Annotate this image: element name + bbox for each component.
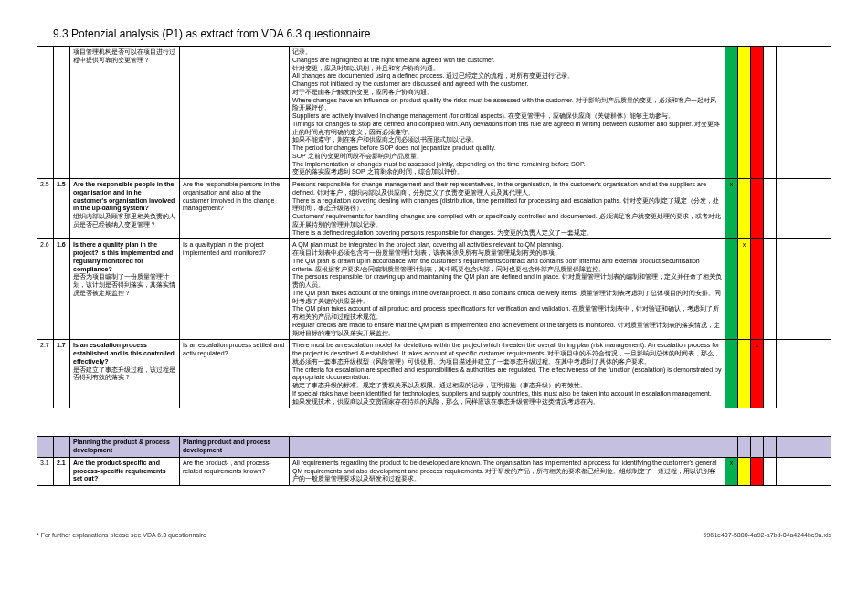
row-num-2: 1.6 xyxy=(54,239,70,340)
rating-cell xyxy=(751,457,764,485)
row-num-1: 2.7 xyxy=(37,340,54,408)
rating-cell xyxy=(764,457,777,485)
row-num-1: 3.1 xyxy=(37,457,54,485)
note-cell xyxy=(777,457,831,485)
rating-cell xyxy=(764,179,777,239)
row-num-2: 1.5 xyxy=(54,179,70,239)
question-cell: Are the responsible people in the organi… xyxy=(70,179,180,239)
footer-right: 5961e407-5880-4a92-a7bd-04a4244be9a.xls xyxy=(703,532,831,538)
page-title: 9.3 Potenzial analysis (P1) as extract f… xyxy=(53,27,831,40)
explanation-cell: There must be an escalation model for de… xyxy=(290,340,725,408)
rating-cell xyxy=(738,340,751,408)
explanation-cell: A QM plan must be integrated in the proj… xyxy=(290,239,725,340)
question-cell: Are the product-specific and process-spe… xyxy=(70,457,180,485)
rating-cell xyxy=(764,239,777,340)
table-row: 2.5 1.5 Are the responsible people in th… xyxy=(37,179,831,239)
explanation-cell: All requirements regarding the product t… xyxy=(290,457,725,485)
requirement-cell: Is an escalation process settled and act… xyxy=(180,340,290,408)
section-title: Planning the product & process developme… xyxy=(70,437,180,458)
explanation-cell: Persons responsible for change managemen… xyxy=(290,179,725,239)
requirement-cell: Are the product- , and process-related r… xyxy=(180,457,290,485)
rating-cell xyxy=(738,179,751,239)
explanation-cell: 记录。Changes are highlighted at the right … xyxy=(290,47,725,179)
rating-cell xyxy=(764,47,777,179)
rating-cell xyxy=(764,340,777,408)
main-table: 项目管理机构是否可以在项目进行过程中提供可靠的变更管理？ 记录。Changes … xyxy=(37,46,831,408)
rating-cell xyxy=(725,340,738,408)
requirement-cell: Are the responsible persons in the organ… xyxy=(180,179,290,239)
row-num-1: 2.6 xyxy=(37,239,54,340)
rating-cell xyxy=(751,47,764,179)
table-row: 项目管理机构是否可以在项目进行过程中提供可靠的变更管理？ 记录。Changes … xyxy=(37,47,831,179)
rating-cell: x xyxy=(751,340,764,408)
section-title-r: Planing product and process development xyxy=(180,437,290,458)
rating-cell xyxy=(725,239,738,340)
rating-cell: x xyxy=(738,239,751,340)
rating-cell xyxy=(738,457,751,485)
rating-cell xyxy=(725,47,738,179)
question-cell: 项目管理机构是否可以在项目进行过程中提供可靠的变更管理？ xyxy=(70,47,180,179)
row-num-1: 2.5 xyxy=(37,179,54,239)
rating-cell xyxy=(751,179,764,239)
note-cell xyxy=(777,340,831,408)
row-num-2: 2.1 xyxy=(54,457,70,485)
footer: * For further explanations please see VD… xyxy=(37,532,831,538)
rating-cell: x xyxy=(725,457,738,485)
question-cell: Is an escalation process established and… xyxy=(70,340,180,408)
requirement-cell xyxy=(180,47,290,179)
row-num-2 xyxy=(54,47,70,179)
rating-cell xyxy=(751,239,764,340)
table-row: 3.1 2.1 Are the product-specific and pro… xyxy=(37,457,831,485)
table-row: 2.6 1.6 Is there a quality plan in the p… xyxy=(37,239,831,340)
requirement-cell: Is a qualityplan in the project implemen… xyxy=(180,239,290,340)
question-cell: Is there a quality plan in the project? … xyxy=(70,239,180,340)
note-cell xyxy=(777,179,831,239)
rating-cell: x xyxy=(725,179,738,239)
rating-cell xyxy=(738,47,751,179)
second-table: Planning the product & process developme… xyxy=(37,436,831,486)
row-num-1 xyxy=(37,47,54,179)
note-cell xyxy=(777,47,831,179)
footer-left: * For further explanations please see VD… xyxy=(37,532,206,538)
note-cell xyxy=(777,239,831,340)
section-header-row: Planning the product & process developme… xyxy=(37,437,831,458)
table-row: 2.7 1.7 Is an escalation process establi… xyxy=(37,340,831,408)
row-num-2: 1.7 xyxy=(54,340,70,408)
